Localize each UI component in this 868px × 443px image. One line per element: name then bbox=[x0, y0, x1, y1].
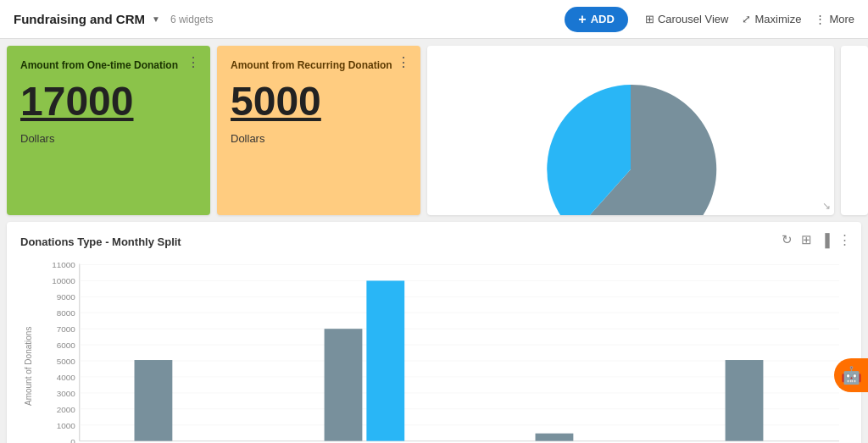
recurring-donation-title: Amount from Recurring Donation bbox=[231, 59, 407, 71]
recurring-donation-menu[interactable]: ⋮ bbox=[397, 56, 410, 69]
pie-chart-container bbox=[441, 59, 821, 202]
widget-count: 6 widgets bbox=[170, 14, 214, 25]
one-time-donation-value: 17000 bbox=[20, 81, 197, 122]
dashboard: Amount from One-time Donation 17000 Doll… bbox=[0, 39, 868, 443]
pie-chart-widget: ↘ bbox=[427, 46, 834, 215]
recurring-donation-value: 5000 bbox=[231, 81, 407, 122]
svg-text:1000: 1000 bbox=[57, 421, 76, 430]
svg-rect-26 bbox=[135, 360, 173, 441]
one-time-donation-menu[interactable]: ⋮ bbox=[186, 56, 200, 69]
svg-text:9000: 9000 bbox=[57, 292, 76, 302]
svg-text:11000: 11000 bbox=[52, 260, 75, 269]
page-title: Fundraising and CRM bbox=[14, 12, 145, 26]
column-icon[interactable]: ▐ bbox=[821, 233, 830, 247]
add-button[interactable]: + ADD bbox=[565, 7, 628, 32]
svg-text:5000: 5000 bbox=[57, 357, 76, 366]
svg-rect-31 bbox=[536, 434, 574, 441]
carousel-icon: ⊞ bbox=[645, 13, 654, 25]
maximize-button[interactable]: ⤢ Maximize bbox=[742, 13, 801, 25]
svg-text:10000: 10000 bbox=[52, 276, 75, 285]
recurring-donation-unit: Dollars bbox=[231, 132, 407, 145]
table-icon[interactable]: ⊞ bbox=[801, 232, 812, 247]
svg-rect-29 bbox=[366, 280, 404, 440]
svg-text:0: 0 bbox=[70, 437, 75, 443]
header-actions: ⊞ Carousel View ⤢ Maximize ⋮ More bbox=[645, 13, 854, 25]
more-button[interactable]: ⋮ More bbox=[815, 13, 854, 25]
svg-text:4000: 4000 bbox=[57, 373, 76, 382]
one-time-donation-title: Amount from One-time Donation bbox=[20, 59, 197, 71]
add-button-label: ADD bbox=[591, 13, 615, 25]
bar-chart-title: Donations Type - Monthly Split bbox=[20, 235, 848, 248]
resize-handle[interactable]: ↘ bbox=[822, 200, 831, 212]
one-time-donation-unit: Dollars bbox=[20, 132, 197, 145]
one-time-donation-widget: Amount from One-time Donation 17000 Doll… bbox=[7, 46, 210, 215]
carousel-label: Carousel View bbox=[658, 13, 729, 25]
empty-widget-right bbox=[841, 46, 868, 215]
carousel-view-button[interactable]: ⊞ Carousel View bbox=[645, 13, 729, 25]
add-plus-icon: + bbox=[578, 12, 586, 27]
bar-chart-actions: ↻ ⊞ ▐ ⋮ bbox=[782, 232, 851, 247]
svg-rect-33 bbox=[726, 360, 764, 441]
maximize-label: Maximize bbox=[754, 13, 801, 25]
svg-text:6000: 6000 bbox=[57, 341, 76, 350]
title-dropdown-icon[interactable]: ▼ bbox=[152, 14, 160, 24]
pie-chart-svg bbox=[537, 68, 724, 215]
bot-icon[interactable]: 🤖 bbox=[834, 358, 868, 392]
more-icon: ⋮ bbox=[815, 13, 826, 25]
refresh-icon[interactable]: ↻ bbox=[782, 232, 793, 247]
chart-main: 0 1000 2000 3000 4000 5000 6000 7000 800… bbox=[37, 255, 848, 443]
chart-area: Amount of Donations 0 1000 2000 3000 400… bbox=[20, 255, 848, 443]
svg-rect-28 bbox=[325, 329, 363, 440]
svg-text:3000: 3000 bbox=[57, 389, 76, 398]
maximize-icon: ⤢ bbox=[742, 13, 751, 25]
header: Fundraising and CRM ▼ 6 widgets + ADD ⊞ … bbox=[0, 0, 868, 39]
svg-text:2000: 2000 bbox=[57, 405, 76, 414]
svg-text:7000: 7000 bbox=[57, 324, 76, 334]
more-options-icon[interactable]: ⋮ bbox=[838, 232, 851, 247]
svg-text:8000: 8000 bbox=[57, 308, 76, 318]
top-widgets-row: Amount from One-time Donation 17000 Doll… bbox=[7, 46, 861, 215]
recurring-donation-widget: Amount from Recurring Donation 5000 Doll… bbox=[217, 46, 420, 215]
bar-chart-svg: 0 1000 2000 3000 4000 5000 6000 7000 800… bbox=[37, 255, 848, 443]
more-label: More bbox=[829, 13, 854, 25]
bar-chart-widget: Donations Type - Monthly Split ↻ ⊞ ▐ ⋮ A… bbox=[7, 222, 861, 443]
y-axis-label: Amount of Donations bbox=[20, 255, 37, 443]
